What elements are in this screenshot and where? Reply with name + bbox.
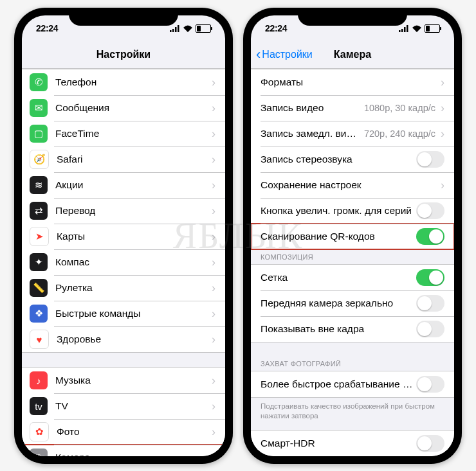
settings-row-акции[interactable]: ≋Акции› bbox=[22, 172, 225, 198]
settings-row-музыка[interactable]: ♪Музыка› bbox=[22, 368, 225, 393]
settings-row-компас[interactable]: ✦Компас› bbox=[22, 249, 225, 275]
settings-row-фото[interactable]: ✿Фото› bbox=[22, 419, 225, 445]
chevron-right-icon: › bbox=[212, 102, 215, 114]
signal-icon bbox=[170, 25, 180, 32]
chevron-right-icon: › bbox=[441, 76, 444, 88]
row-label: Safari bbox=[57, 154, 206, 165]
row-label: Компас bbox=[55, 256, 206, 268]
battery-icon bbox=[196, 24, 211, 33]
row-label: Сканирование QR-кодов bbox=[261, 231, 416, 242]
chevron-right-icon: › bbox=[212, 375, 215, 386]
setting-row-сохранение-настроек[interactable]: Сохранение настроек› bbox=[251, 172, 454, 198]
фото-icon: ✿ bbox=[30, 422, 49, 441]
row-label: Музыка bbox=[55, 375, 206, 386]
row-label: Запись стереозвука bbox=[261, 154, 416, 165]
toggle-switch[interactable] bbox=[416, 228, 444, 245]
setting-row-более-быстрое-срабатывание-затвора[interactable]: Более быстрое срабатывание затвора bbox=[251, 371, 454, 397]
toggle-switch[interactable] bbox=[416, 269, 444, 286]
toggle-switch[interactable] bbox=[416, 321, 444, 337]
wifi-icon bbox=[183, 25, 193, 32]
setting-row-смарт-hdr[interactable]: Смарт-HDR bbox=[251, 431, 454, 456]
chevron-right-icon: › bbox=[212, 452, 215, 456]
settings-row-здоровье[interactable]: ♥Здоровье› bbox=[22, 326, 225, 352]
toggle-knob bbox=[417, 377, 432, 391]
toggle-switch[interactable] bbox=[416, 295, 444, 312]
svg-rect-7 bbox=[407, 25, 408, 32]
camera-settings[interactable]: Форматы›Запись видео1080p, 30 кадр/с›Зап… bbox=[251, 69, 454, 456]
back-button[interactable]: ‹ Настройки bbox=[256, 48, 313, 62]
row-label: TV bbox=[55, 400, 206, 412]
setting-row-запись-стереозвука[interactable]: Запись стереозвука bbox=[251, 147, 454, 172]
capture-header: ЗАХВАТ ФОТОГРАФИЙ bbox=[251, 357, 454, 371]
nav-title-right: Камера bbox=[334, 49, 371, 60]
setting-row-сканирование-qr-кодов[interactable]: Сканирование QR-кодов bbox=[251, 224, 454, 249]
settings-row-сообщения[interactable]: ✉Сообщения› bbox=[22, 95, 225, 121]
svg-rect-4 bbox=[399, 30, 401, 32]
composition-header: КОМПОЗИЦИЯ bbox=[251, 250, 454, 264]
status-icons bbox=[399, 24, 440, 33]
row-label: Перевод bbox=[55, 205, 206, 217]
row-detail: 720p, 240 кадр/с bbox=[364, 129, 435, 139]
capture-footer: Подстраивать качество изображений при бы… bbox=[251, 398, 454, 423]
settings-row-tv[interactable]: tvTV› bbox=[22, 393, 225, 419]
chevron-right-icon: › bbox=[212, 179, 215, 191]
signal-icon bbox=[399, 25, 409, 32]
settings-list[interactable]: ✆Телефон›✉Сообщения›▢FaceTime›🧭Safari›≋А… bbox=[22, 69, 225, 456]
settings-row-рулетка[interactable]: 📏Рулетка› bbox=[22, 275, 225, 301]
nav-title-left: Настройки bbox=[96, 49, 151, 60]
setting-row-запись-замедл-видео[interactable]: Запись замедл. видео720p, 240 кадр/с› bbox=[251, 121, 454, 147]
row-label: Форматы bbox=[261, 76, 435, 88]
back-label: Настройки bbox=[262, 49, 312, 60]
settings-row-safari[interactable]: 🧭Safari› bbox=[22, 147, 225, 172]
toggle-switch[interactable] bbox=[416, 435, 444, 452]
setting-row-форматы[interactable]: Форматы› bbox=[251, 69, 454, 95]
toggle-switch[interactable] bbox=[416, 376, 444, 393]
battery-icon bbox=[425, 24, 440, 33]
карты-icon: ➤ bbox=[30, 227, 49, 246]
status-icons bbox=[170, 24, 211, 33]
row-detail: 1080p, 30 кадр/с bbox=[364, 103, 435, 113]
settings-row-карты[interactable]: ➤Карты› bbox=[22, 224, 225, 249]
chevron-left-icon: ‹ bbox=[256, 48, 261, 62]
chevron-right-icon: › bbox=[212, 256, 215, 268]
chevron-right-icon: › bbox=[212, 128, 215, 139]
setting-row-передняя-камера-зеркально[interactable]: Передняя камера зеркально bbox=[251, 290, 454, 316]
chevron-right-icon: › bbox=[212, 205, 215, 217]
settings-row-телефон[interactable]: ✆Телефон› bbox=[22, 69, 225, 95]
toggle-knob bbox=[417, 436, 432, 450]
row-label: Кнопка увелич. громк. для серий bbox=[261, 205, 416, 217]
settings-row-facetime[interactable]: ▢FaceTime› bbox=[22, 121, 225, 147]
chevron-right-icon: › bbox=[441, 102, 444, 114]
chevron-right-icon: › bbox=[212, 282, 215, 294]
toggle-switch[interactable] bbox=[416, 151, 444, 168]
setting-row-запись-видео[interactable]: Запись видео1080p, 30 кадр/с› bbox=[251, 95, 454, 121]
toggle-knob bbox=[417, 152, 432, 166]
settings-row-перевод[interactable]: ⇄Перевод› bbox=[22, 198, 225, 224]
toggle-knob bbox=[417, 296, 432, 310]
chevron-right-icon: › bbox=[212, 308, 215, 319]
музыка-icon: ♪ bbox=[30, 371, 48, 389]
row-label: Карты bbox=[57, 231, 206, 242]
row-label: Сетка bbox=[261, 272, 416, 283]
setting-row-сетка[interactable]: Сетка bbox=[251, 265, 454, 290]
row-label: Телефон bbox=[55, 76, 206, 88]
chevron-right-icon: › bbox=[212, 333, 215, 345]
chevron-right-icon: › bbox=[212, 154, 215, 165]
toggle-knob bbox=[429, 229, 443, 244]
svg-rect-6 bbox=[404, 27, 406, 32]
row-label: Сохранение настроек bbox=[261, 179, 435, 191]
settings-row-быстрые-команды[interactable]: ❖Быстрые команды› bbox=[22, 301, 225, 326]
сообщения-icon: ✉ bbox=[30, 99, 48, 117]
phone-right: 22:24 ‹ Настройки Камера Форматы›Запись … bbox=[243, 8, 462, 464]
setting-row-кнопка-увелич-громк-для-серий[interactable]: Кнопка увелич. громк. для серий bbox=[251, 198, 454, 224]
wifi-icon bbox=[412, 25, 422, 32]
row-label: FaceTime bbox=[55, 128, 206, 139]
row-label: Здоровье bbox=[57, 333, 206, 345]
settings-row-камера[interactable]: ◉Камера› bbox=[22, 445, 225, 456]
setting-row-показывать-вне-кадра[interactable]: Показывать вне кадра bbox=[251, 316, 454, 342]
компас-icon: ✦ bbox=[30, 253, 48, 271]
nav-bar-left: Настройки bbox=[22, 41, 225, 69]
chevron-right-icon: › bbox=[212, 426, 215, 438]
row-label: Фото bbox=[57, 426, 206, 438]
toggle-switch[interactable] bbox=[416, 202, 444, 219]
